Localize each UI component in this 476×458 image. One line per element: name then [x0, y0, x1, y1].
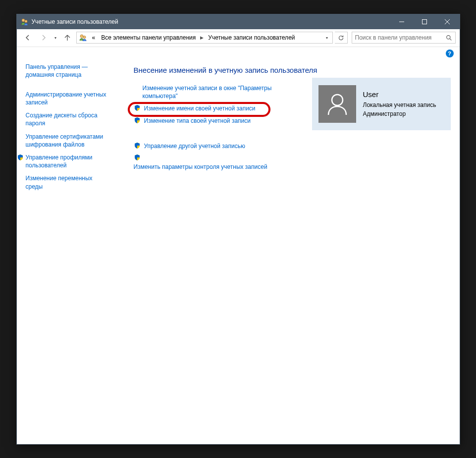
search-input[interactable]	[354, 34, 445, 42]
user-name: User	[363, 89, 436, 101]
action-change-account-type[interactable]: Изменение типа своей учетной записи	[134, 117, 272, 125]
breadcrumb-prefix[interactable]: «	[90, 33, 98, 42]
search-box[interactable]	[352, 32, 456, 44]
svg-point-6	[80, 35, 83, 38]
chevron-right-icon[interactable]: ▶	[199, 35, 205, 40]
svg-point-8	[447, 35, 450, 39]
shield-icon	[134, 117, 141, 124]
shield-icon	[134, 154, 141, 161]
svg-point-0	[22, 19, 25, 22]
avatar	[318, 85, 356, 123]
maximize-button[interactable]	[413, 14, 436, 29]
user-role: Администратор	[363, 109, 436, 118]
action-link[interactable]: Изменение типа своей учетной записи	[144, 117, 251, 125]
svg-rect-3	[422, 19, 426, 24]
user-card: User Локальная учетная запись Администра…	[312, 78, 451, 130]
body: Панель управления — домашняя страница Ад…	[17, 60, 460, 444]
user-info: User Локальная учетная запись Администра…	[363, 89, 436, 118]
action-list-top: Изменение учетной записи в окне "Парамет…	[134, 84, 272, 172]
action-link[interactable]: Изменить параметры контроля учетных запи…	[134, 163, 267, 171]
user-accounts-icon	[79, 34, 87, 42]
help-icon[interactable]: ?	[446, 50, 454, 57]
user-type: Локальная учетная запись	[363, 101, 436, 109]
action-link[interactable]: Изменение имени своей учетной записи	[144, 104, 256, 113]
window-buttons	[390, 14, 459, 29]
sidebar-item-home[interactable]: Панель управления — домашняя страница	[26, 63, 110, 79]
action-link[interactable]: Управление другой учетной записью	[144, 142, 245, 151]
sidebar-link[interactable]: Изменение переменных среды	[26, 175, 93, 190]
sidebar-link[interactable]: Панель управления — домашняя страница	[26, 63, 88, 78]
shield-icon	[134, 142, 141, 149]
minimize-button[interactable]	[390, 14, 413, 29]
breadcrumb-item[interactable]: Все элементы панели управления	[99, 33, 198, 42]
refresh-button[interactable]	[335, 32, 348, 44]
sidebar-link[interactable]: Управление сертификатами шифрования файл…	[26, 133, 104, 148]
action-change-account-settings[interactable]: Изменение учетной записи в окне "Парамет…	[134, 84, 272, 101]
svg-point-10	[332, 95, 343, 105]
sidebar-item-reset-disk[interactable]: Создание дискеты сброса пароля	[26, 111, 110, 127]
svg-line-9	[450, 39, 451, 40]
sidebar-item-encryption-certs[interactable]: Управление сертификатами шифрования файл…	[26, 133, 110, 149]
address-bar[interactable]: « Все элементы панели управления ▶ Учетн…	[76, 32, 333, 44]
action-change-account-name[interactable]: Изменение имени своей учетной записи	[134, 104, 272, 113]
window-title: Учетные записи пользователей	[32, 18, 390, 25]
search-icon[interactable]	[445, 34, 453, 42]
sidebar: Панель управления — домашняя страница Ад…	[17, 60, 116, 444]
sidebar-item-user-profiles[interactable]: Управление профилями пользователей	[26, 153, 110, 169]
main-content: Внесение изменений в учетную запись поль…	[116, 60, 460, 444]
up-button[interactable]	[60, 31, 74, 45]
forward-button[interactable]	[37, 31, 51, 45]
back-button[interactable]	[21, 31, 35, 45]
svg-point-1	[24, 20, 27, 22]
shield-icon	[17, 154, 24, 161]
action-change-uac[interactable]: Изменить параметры контроля учетных запи…	[134, 154, 272, 171]
titlebar: Учетные записи пользователей	[17, 14, 460, 29]
help-bar: ?	[17, 47, 460, 60]
svg-point-7	[83, 36, 85, 38]
user-accounts-icon	[21, 18, 29, 26]
page-heading: Внесение изменений в учетную запись поль…	[134, 66, 451, 74]
close-button[interactable]	[436, 14, 459, 29]
control-panel-window: Учетные записи пользователей ▾	[16, 14, 460, 445]
action-link[interactable]: Изменение учетной записи в окне "Парамет…	[142, 84, 272, 101]
address-dropdown[interactable]: ▾	[322, 32, 331, 43]
history-dropdown[interactable]: ▾	[53, 36, 58, 40]
navbar: ▾ « Все элементы панели управления ▶ Уче…	[17, 29, 460, 47]
sidebar-link[interactable]: Создание дискеты сброса пароля	[26, 112, 98, 127]
sidebar-link[interactable]: Администрирование учетных записей	[26, 91, 106, 106]
breadcrumb-item[interactable]: Учетные записи пользователей	[206, 33, 297, 42]
sidebar-link[interactable]: Управление профилями пользователей	[26, 154, 93, 169]
sidebar-item-admin-accounts[interactable]: Администрирование учетных записей	[26, 91, 110, 106]
shield-icon	[134, 104, 141, 111]
sidebar-item-env-vars[interactable]: Изменение переменных среды	[26, 174, 110, 190]
action-manage-another-account[interactable]: Управление другой учетной записью	[134, 142, 272, 151]
